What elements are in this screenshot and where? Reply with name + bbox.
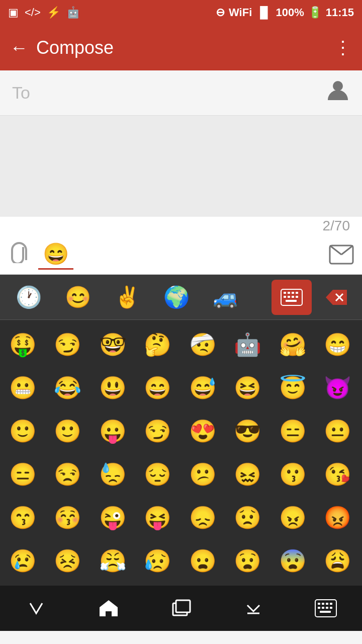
back-button[interactable]: ← <box>10 37 28 58</box>
emoji-persevere[interactable]: 😣 <box>47 540 88 582</box>
down-nav-button[interactable] <box>221 591 286 626</box>
emoji-expressionless[interactable]: 😑 <box>272 411 313 452</box>
emoji-stuck-out-tongue-winking[interactable]: 😛 <box>92 411 133 452</box>
emoji-stuck-tongue-wink[interactable]: 😜 <box>92 497 133 538</box>
emoji-weary[interactable]: 😩 <box>317 540 358 582</box>
emoji-smile[interactable]: 😄 <box>137 367 178 409</box>
page-title: Compose <box>36 37 114 58</box>
emoji-injured[interactable]: 🤕 <box>182 324 223 365</box>
emoji-confused[interactable]: 😕 <box>182 454 223 495</box>
to-field-section: To <box>0 70 362 116</box>
emoji-recent-smile[interactable]: 😊 <box>55 280 101 315</box>
svg-rect-27 <box>330 607 332 609</box>
emoji-smirking[interactable]: 😏 <box>137 411 178 452</box>
emoji-heart-eyes[interactable]: 😍 <box>182 411 223 452</box>
navigation-bar <box>0 586 362 631</box>
emoji-cry[interactable]: 😢 <box>2 540 43 582</box>
emoji-anguished[interactable]: 😧 <box>227 540 268 582</box>
attach-button[interactable] <box>8 241 30 268</box>
contact-picker-button[interactable] <box>326 78 350 108</box>
emoji-recent-car[interactable]: 🚙 <box>203 280 248 315</box>
battery-text: 100% <box>276 6 304 19</box>
emoji-laughing[interactable]: 😆 <box>227 367 268 409</box>
emoji-smiley[interactable]: 😃 <box>92 367 133 409</box>
emoji-recent-earth[interactable]: 🌍 <box>154 280 199 315</box>
emoji-neutral[interactable]: 😐 <box>317 411 358 452</box>
home-nav-button[interactable] <box>76 591 141 626</box>
app-bar-left: ← Compose <box>10 37 114 58</box>
emoji-sob[interactable]: 😥 <box>137 540 178 582</box>
svg-rect-10 <box>288 296 290 298</box>
emoji-innocent[interactable]: 😇 <box>272 367 313 409</box>
emoji-sweat-smile[interactable]: 😅 <box>182 367 223 409</box>
backspace-button[interactable] <box>316 280 356 315</box>
emoji-joy[interactable]: 😂 <box>47 367 88 409</box>
back-nav-button[interactable] <box>4 591 69 626</box>
emoji-recent-clock[interactable]: 🕐 <box>6 280 51 315</box>
emoji-worried[interactable]: 😟 <box>227 497 268 538</box>
emoji-smiling-devil[interactable]: 😈 <box>317 367 358 409</box>
emoji-confounded[interactable]: 😖 <box>227 454 268 495</box>
emoji-kissing-heart[interactable]: 😘 <box>317 454 358 495</box>
emoji-kissing[interactable]: 😗 <box>272 454 313 495</box>
svg-rect-7 <box>292 292 294 294</box>
emoji-angry[interactable]: 😠 <box>272 497 313 538</box>
counter-row: 2/70 <box>0 216 362 234</box>
emoji-smirk[interactable]: 😏 <box>47 324 88 365</box>
character-counter: 2/70 <box>323 218 350 234</box>
svg-rect-8 <box>296 292 298 294</box>
emoji-thinking[interactable]: 🤔 <box>137 324 178 365</box>
svg-rect-26 <box>326 607 328 609</box>
recents-nav-button[interactable] <box>148 591 214 626</box>
svg-rect-13 <box>286 300 297 302</box>
svg-line-2 <box>330 246 341 255</box>
keyboard-icon-button[interactable] <box>272 280 312 315</box>
to-label[interactable]: To <box>12 83 326 103</box>
emoji-stuck-tongue-closed[interactable]: 😝 <box>137 497 178 538</box>
emoji-money[interactable]: 🤑 <box>2 324 43 365</box>
emoji-fearful[interactable]: 😨 <box>272 540 313 582</box>
emoji-slightly-smiling[interactable]: 🙂 <box>2 411 43 452</box>
message-toolbar: 😄 <box>0 234 362 275</box>
svg-rect-28 <box>320 611 331 613</box>
wifi-icon: WiFi <box>229 6 252 19</box>
emoji-grimace[interactable]: 😬 <box>2 367 43 409</box>
emoji-grin[interactable]: 😁 <box>317 324 358 365</box>
android-icon: 🤖 <box>66 6 80 19</box>
status-right-icons: ⊖ WiFi ▐▌ 100% 🔋 11:15 <box>216 6 354 19</box>
emoji-pensive[interactable]: 😔 <box>137 454 178 495</box>
emoji-rage[interactable]: 😡 <box>317 497 358 538</box>
send-button[interactable] <box>329 244 354 266</box>
time: 11:15 <box>326 6 354 19</box>
keyboard-nav-button[interactable] <box>293 591 358 626</box>
signal-icon: ▐▌ <box>256 6 272 19</box>
emoji-kissing-closed[interactable]: 😙 <box>2 497 43 538</box>
emoji-robot[interactable]: 🤖 <box>227 324 268 365</box>
svg-rect-20 <box>318 603 320 605</box>
emoji-kissing-smiling[interactable]: 😚 <box>47 497 88 538</box>
message-body-area[interactable] <box>0 116 362 216</box>
svg-rect-23 <box>330 603 332 605</box>
emoji-keyboard: 🕐 😊 ✌️ 🌍 🚙 <box>0 275 362 586</box>
code-icon: </> <box>25 6 41 19</box>
emoji-sunglasses[interactable]: 😎 <box>227 411 268 452</box>
emoji-grid: 🤑 😏 🤓 🤔 🤕 🤖 🤗 😁 😬 😂 😃 😄 😅 😆 😇 😈 🙂 🙂 😛 😏 … <box>0 320 362 586</box>
emoji-hugging[interactable]: 🤗 <box>272 324 313 365</box>
emoji-nerd[interactable]: 🤓 <box>92 324 133 365</box>
more-options-button[interactable]: ⋮ <box>334 37 352 58</box>
svg-rect-5 <box>284 292 286 294</box>
emoji-cold-sweat[interactable]: 😓 <box>92 454 133 495</box>
emoji-disappointed[interactable]: 😞 <box>182 497 223 538</box>
emoji-recent-peace[interactable]: ✌️ <box>105 280 150 315</box>
emoji-steam[interactable]: 😤 <box>92 540 133 582</box>
svg-rect-17 <box>176 600 190 612</box>
emoji-button[interactable]: 😄 <box>38 239 73 270</box>
svg-rect-9 <box>284 296 286 298</box>
status-left-icons: ▣ </> ⚡ 🤖 <box>8 6 80 19</box>
emoji-unamused[interactable]: 😒 <box>47 454 88 495</box>
emoji-no-mouth[interactable]: 😑 <box>2 454 43 495</box>
emoji-frowning[interactable]: 😦 <box>182 540 223 582</box>
emoji-simple-smile[interactable]: 🙂 <box>47 411 88 452</box>
status-bar: ▣ </> ⚡ 🤖 ⊖ WiFi ▐▌ 100% 🔋 11:15 <box>0 0 362 25</box>
svg-rect-12 <box>296 296 298 298</box>
